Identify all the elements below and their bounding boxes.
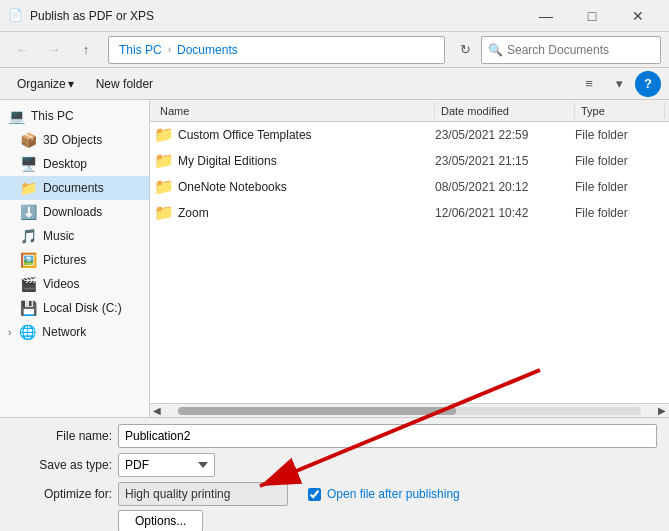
sidebar-item-documents[interactable]: 📁 Documents (0, 176, 149, 200)
table-row[interactable]: 📁 My Digital Editions 23/05/2021 21:15 F… (150, 148, 669, 174)
options-row: x Options... (12, 510, 657, 531)
sidebar: 💻 This PC 📦 3D Objects 🖥️ Desktop 📁 Docu… (0, 100, 150, 417)
optimize-label: Optimize for: (12, 487, 112, 501)
new-folder-button[interactable]: New folder (87, 73, 162, 95)
second-toolbar: Organize ▾ New folder ≡ ▾ ? (0, 68, 669, 100)
saveastype-label: Save as type: (12, 458, 112, 472)
sidebar-item-3dobjects[interactable]: 📦 3D Objects (0, 128, 149, 152)
scroll-left-icon[interactable]: ◀ (150, 404, 164, 418)
scrollbar-thumb[interactable] (178, 407, 456, 415)
open-file-label[interactable]: Open file after publishing (327, 487, 460, 501)
main-content: 💻 This PC 📦 3D Objects 🖥️ Desktop 📁 Docu… (0, 100, 669, 417)
minimize-button[interactable]: — (523, 0, 569, 32)
sidebar-label-desktop: Desktop (43, 157, 87, 171)
window-icon: 📄 (8, 8, 24, 24)
file-name-0: Custom Office Templates (178, 128, 435, 142)
documents-icon: 📁 (20, 180, 37, 196)
breadcrumb-documents[interactable]: Documents (173, 42, 242, 58)
bottom-form: File name: Save as type: PDF XPS Documen… (0, 417, 669, 531)
sidebar-label-downloads: Downloads (43, 205, 102, 219)
file-list-header: Name Date modified Type (150, 100, 669, 122)
window-title: Publish as PDF or XPS (30, 9, 154, 23)
saveastype-select[interactable]: PDF XPS Document (118, 453, 215, 477)
scrollbar-track (178, 407, 641, 415)
file-type-2: File folder (575, 180, 665, 194)
horizontal-scrollbar[interactable]: ◀ ▶ (150, 403, 669, 417)
sidebar-label-videos: Videos (43, 277, 79, 291)
sidebar-item-music[interactable]: 🎵 Music (0, 224, 149, 248)
sidebar-label-documents: Documents (43, 181, 104, 195)
sidebar-item-thispc[interactable]: 💻 This PC (0, 104, 149, 128)
scroll-right-icon[interactable]: ▶ (655, 404, 669, 418)
up-button[interactable]: ↑ (72, 36, 100, 64)
sidebar-item-videos[interactable]: 🎬 Videos (0, 272, 149, 296)
file-type-3: File folder (575, 206, 665, 220)
sidebar-item-downloads[interactable]: ⬇️ Downloads (0, 200, 149, 224)
sidebar-item-network[interactable]: › 🌐 Network (0, 320, 149, 344)
view-dropdown-button[interactable]: ▾ (605, 71, 633, 97)
column-header-date[interactable]: Date modified (435, 103, 575, 119)
sidebar-item-desktop[interactable]: 🖥️ Desktop (0, 152, 149, 176)
file-date-1: 23/05/2021 21:15 (435, 154, 575, 168)
title-bar-controls: — □ ✕ (523, 0, 661, 32)
folder-icon: 📁 (154, 177, 174, 196)
search-input[interactable] (507, 43, 657, 57)
table-row[interactable]: 📁 OneNote Notebooks 08/05/2021 20:12 Fil… (150, 174, 669, 200)
sidebar-label-localdisk: Local Disk (C:) (43, 301, 122, 315)
table-row[interactable]: 📁 Custom Office Templates 23/05/2021 22:… (150, 122, 669, 148)
organize-arrow-icon: ▾ (68, 77, 74, 91)
sidebar-label-network: Network (42, 325, 86, 339)
optimize-value: High quality printing (118, 482, 288, 506)
file-name-3: Zoom (178, 206, 435, 220)
folder-icon: 📁 (154, 203, 174, 222)
sidebar-item-pictures[interactable]: 🖼️ Pictures (0, 248, 149, 272)
organize-button[interactable]: Organize ▾ (8, 73, 83, 95)
network-expand-icon: › (8, 327, 11, 338)
refresh-button[interactable]: ↻ (453, 38, 477, 62)
organize-label: Organize (17, 77, 66, 91)
maximize-button[interactable]: □ (569, 0, 615, 32)
file-name-1: My Digital Editions (178, 154, 435, 168)
breadcrumb-thispc[interactable]: This PC (115, 42, 166, 58)
optimize-row: Optimize for: High quality printing Open… (12, 482, 657, 506)
title-bar: 📄 Publish as PDF or XPS — □ ✕ (0, 0, 669, 32)
filename-label: File name: (12, 429, 112, 443)
open-file-checkbox[interactable] (308, 488, 321, 501)
search-box[interactable]: 🔍 (481, 36, 661, 64)
sidebar-label-pictures: Pictures (43, 253, 86, 267)
desktop-icon: 🖥️ (20, 156, 37, 172)
file-name-2: OneNote Notebooks (178, 180, 435, 194)
pictures-icon: 🖼️ (20, 252, 37, 268)
forward-button[interactable]: → (40, 36, 68, 64)
open-file-check: Open file after publishing (308, 487, 460, 501)
help-button[interactable]: ? (635, 71, 661, 97)
column-header-name[interactable]: Name (154, 103, 435, 119)
column-header-type[interactable]: Type (575, 103, 665, 119)
back-button[interactable]: ← (8, 36, 36, 64)
close-button[interactable]: ✕ (615, 0, 661, 32)
videos-icon: 🎬 (20, 276, 37, 292)
file-date-3: 12/06/2021 10:42 (435, 206, 575, 220)
file-type-1: File folder (575, 154, 665, 168)
filename-input[interactable] (118, 424, 657, 448)
sidebar-item-localdisk[interactable]: 💾 Local Disk (C:) (0, 296, 149, 320)
address-bar[interactable]: This PC › Documents (108, 36, 445, 64)
search-icon: 🔍 (488, 43, 503, 57)
file-list: 📁 Custom Office Templates 23/05/2021 22:… (150, 122, 669, 403)
localdisk-icon: 💾 (20, 300, 37, 316)
network-icon: 🌐 (19, 324, 36, 340)
options-button[interactable]: Options... (118, 510, 203, 531)
view-controls: ≡ ▾ ? (575, 71, 661, 97)
breadcrumb-sep-1: › (168, 44, 171, 55)
sidebar-label-music: Music (43, 229, 74, 243)
sidebar-label-thispc: This PC (31, 109, 74, 123)
computer-icon: 💻 (8, 108, 25, 124)
view-button[interactable]: ≡ (575, 71, 603, 97)
folder-icon: 📁 (154, 125, 174, 144)
folder-icon: 📁 (154, 151, 174, 170)
table-row[interactable]: 📁 Zoom 12/06/2021 10:42 File folder (150, 200, 669, 226)
saveastype-row: Save as type: PDF XPS Document (12, 453, 657, 477)
address-toolbar: ← → ↑ This PC › Documents ↻ 🔍 (0, 32, 669, 68)
breadcrumb: This PC › Documents (115, 42, 438, 58)
music-icon: 🎵 (20, 228, 37, 244)
